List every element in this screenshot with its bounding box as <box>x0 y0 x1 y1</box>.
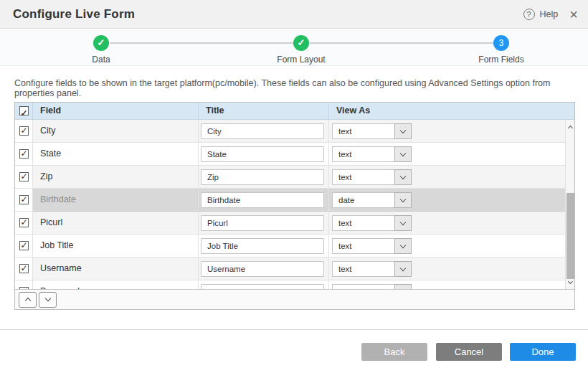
row-checkbox[interactable] <box>19 264 29 273</box>
table-body-rows: City text State text Zip <box>15 120 565 289</box>
column-header-view-as: View As <box>329 103 574 119</box>
view-as-value[interactable]: text <box>332 215 395 231</box>
chevron-up-icon <box>24 298 30 303</box>
view-as-select[interactable]: text <box>332 238 412 254</box>
view-as-value[interactable]: date <box>332 192 395 208</box>
back-button[interactable]: Back <box>361 343 427 361</box>
chevron-down-icon[interactable] <box>394 169 412 185</box>
view-as-select[interactable]: text <box>332 169 412 185</box>
field-name: Username <box>33 258 199 280</box>
row-checkbox[interactable] <box>19 172 29 181</box>
title-input[interactable] <box>201 146 324 162</box>
table-body: City text State text Zip <box>15 120 574 289</box>
title-input[interactable] <box>201 261 324 277</box>
footer-divider <box>0 329 588 330</box>
table-footer <box>15 289 574 309</box>
step-form-layout-label: Form Layout <box>277 55 325 65</box>
table-row[interactable]: Picurl text <box>15 212 565 235</box>
step-form-fields-label: Form Fields <box>478 55 523 65</box>
field-name: State <box>33 143 199 166</box>
vertical-scrollbar[interactable] <box>565 120 574 289</box>
field-name: Birthdate <box>33 189 199 212</box>
view-as-value[interactable]: text <box>332 146 395 162</box>
view-as-value[interactable]: text <box>332 123 395 139</box>
scroll-down-arrow-icon[interactable] <box>566 277 574 287</box>
step-data-circle[interactable]: ✓ <box>93 35 109 51</box>
view-as-value[interactable]: text <box>332 261 395 277</box>
field-name: Zip <box>33 166 199 189</box>
view-as-value[interactable]: text <box>332 238 395 254</box>
row-checkbox[interactable] <box>19 195 29 204</box>
view-as-select[interactable]: text <box>332 146 412 162</box>
view-as-select[interactable]: text <box>332 215 412 231</box>
select-all-checkbox[interactable] <box>19 106 29 115</box>
table-row[interactable]: State text <box>15 143 565 166</box>
row-checkbox[interactable] <box>19 149 29 159</box>
title-input[interactable] <box>201 169 324 185</box>
step-data-label: Data <box>92 55 110 65</box>
dialog-titlebar: Configure Live Form ? Help × <box>0 0 588 29</box>
wizard-stepper: ✓ Data ✓ Form Layout 3 Form Fields <box>0 29 588 66</box>
fields-table: Field Title View As City text State <box>14 102 575 310</box>
field-name: Picurl <box>33 212 199 235</box>
description-text: Configure fields to be shown in the targ… <box>14 78 574 98</box>
move-row-down-button[interactable] <box>39 292 57 308</box>
table-row[interactable]: Birthdate date <box>15 189 565 212</box>
help-icon[interactable]: ? <box>523 9 535 20</box>
field-name: City <box>33 120 199 143</box>
title-input[interactable] <box>201 123 324 139</box>
help-link[interactable]: Help <box>540 9 559 19</box>
check-icon: ✓ <box>293 35 309 50</box>
title-input[interactable] <box>201 192 324 208</box>
table-header-row: Field Title View As <box>15 103 574 120</box>
close-icon[interactable]: × <box>569 7 578 22</box>
done-button[interactable]: Done <box>510 343 576 361</box>
column-header-field: Field <box>33 103 199 119</box>
cancel-button[interactable]: Cancel <box>436 343 502 361</box>
chevron-down-icon[interactable] <box>394 215 412 231</box>
step-connector <box>310 42 493 44</box>
step-form-layout-circle[interactable]: ✓ <box>293 35 309 51</box>
view-as-value[interactable]: text <box>332 284 395 289</box>
chevron-down-icon[interactable] <box>394 123 412 139</box>
title-input[interactable] <box>201 284 324 289</box>
title-input[interactable] <box>201 238 324 254</box>
view-as-select[interactable]: text <box>332 284 412 289</box>
table-row[interactable]: Job Title text <box>15 235 565 258</box>
field-name: Job Title <box>33 235 199 258</box>
scrollbar-thumb[interactable] <box>566 193 574 279</box>
table-row[interactable]: Password text <box>15 280 565 289</box>
chevron-down-icon[interactable] <box>394 284 412 289</box>
column-header-title: Title <box>199 103 329 119</box>
view-as-select[interactable]: text <box>332 261 412 277</box>
row-checkbox[interactable] <box>19 126 29 136</box>
row-checkbox[interactable] <box>19 241 29 250</box>
step-form-fields-circle[interactable]: 3 <box>493 35 509 51</box>
table-row[interactable]: Zip text <box>15 166 565 189</box>
table-row[interactable]: City text <box>15 120 565 143</box>
view-as-select[interactable]: date <box>332 192 412 208</box>
check-icon: ✓ <box>93 35 109 50</box>
chevron-down-icon[interactable] <box>394 238 412 254</box>
field-name: Password <box>33 280 199 289</box>
title-input[interactable] <box>201 215 324 231</box>
table-row[interactable]: Username text <box>15 258 565 280</box>
move-row-up-button[interactable] <box>19 292 37 308</box>
view-as-value[interactable]: text <box>332 169 395 185</box>
row-checkbox[interactable] <box>19 218 29 227</box>
chevron-down-icon <box>44 296 50 301</box>
scroll-up-arrow-icon[interactable] <box>566 122 574 132</box>
dialog-title: Configure Live Form <box>13 7 135 22</box>
step-connector <box>110 42 293 44</box>
view-as-select[interactable]: text <box>332 123 412 139</box>
chevron-down-icon[interactable] <box>394 261 412 277</box>
chevron-down-icon[interactable] <box>394 146 412 162</box>
chevron-down-icon[interactable] <box>394 192 412 208</box>
